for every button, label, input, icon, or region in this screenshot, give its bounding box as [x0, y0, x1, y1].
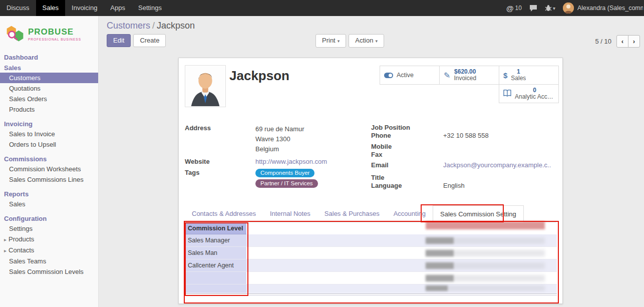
- action-dropdown-button[interactable]: Action▾: [349, 34, 384, 48]
- breadcrumb-current: Jackpson: [157, 21, 195, 31]
- redacted-block: [426, 237, 454, 244]
- field-group-left: Address 69 rue de Namur Wavre 1300 Belgi…: [185, 124, 369, 190]
- address-line: Wavre 1300: [255, 134, 304, 144]
- sidebar-header-reports[interactable]: Reports: [0, 189, 98, 199]
- sidebar-header-configuration[interactable]: Configuration: [0, 214, 98, 223]
- commission-level-cell: Sales Man: [186, 247, 246, 259]
- sidebar-item-sales-orders[interactable]: Sales Orders: [0, 94, 98, 104]
- email-link[interactable]: Jackpson@yourcompany.example.c..: [443, 161, 551, 169]
- user-menu[interactable]: Alexandra (Sales_comm..: [563, 3, 643, 14]
- sidebar-item-quotations[interactable]: Quotations: [0, 83, 98, 94]
- breadcrumb: Customers/Jackpson: [107, 21, 195, 31]
- chat-bubble-icon: [529, 5, 537, 12]
- field-group-right: Job Position Phone+32 10 588 558 Mobile …: [371, 124, 557, 190]
- brand-name: PROBUSE: [28, 27, 81, 37]
- top-menu-sales[interactable]: Sales: [36, 0, 66, 16]
- commission-level-cell: [186, 284, 246, 293]
- toggle-icon: [384, 73, 393, 78]
- action-label: Action: [355, 37, 373, 44]
- table-row-callcenter-agent[interactable]: Callcenter Agent: [186, 259, 557, 272]
- sidebar-item-label: Products: [9, 235, 34, 243]
- stat-value: 0: [515, 87, 554, 94]
- sidebar-item-sales-commissions-lines[interactable]: Sales Commissions Lines: [0, 174, 98, 185]
- table-row-sales-man[interactable]: Sales Man: [186, 247, 557, 259]
- bug-icon: [545, 5, 552, 12]
- systray: @ 10 ▾ Alexandra (Sales_comm..: [506, 0, 644, 16]
- caret-down-icon: ▾: [338, 39, 340, 44]
- tab-accounting[interactable]: Accounting: [387, 205, 433, 222]
- table-row-empty[interactable]: [186, 272, 557, 284]
- tab-sales-purchases[interactable]: Sales & Purchases: [317, 205, 387, 222]
- top-menu-settings[interactable]: Settings: [132, 0, 168, 16]
- edit-button[interactable]: Edit: [107, 34, 131, 47]
- pager-next-button[interactable]: ›: [628, 35, 640, 48]
- sidebar-item-products[interactable]: Products: [0, 104, 98, 115]
- sidebar-header-sales[interactable]: Sales: [0, 63, 98, 73]
- pager-previous-button[interactable]: ‹: [616, 35, 628, 48]
- website-link[interactable]: http://www.jackpson.com: [255, 158, 327, 165]
- sidebar-item-reports-sales[interactable]: Sales: [0, 199, 98, 209]
- commission-level-cell: [186, 272, 246, 284]
- sidebar-item-settings[interactable]: Settings: [0, 223, 98, 234]
- redacted-block: [426, 262, 454, 269]
- table-row-sales-manager[interactable]: Sales Manager: [186, 234, 557, 247]
- stat-button-group: Active ✎ $620.00 Invoiced $ 1 Sales: [380, 66, 559, 103]
- sales-stat-button[interactable]: $ 1 Sales: [499, 66, 559, 85]
- redacted-block: [426, 285, 448, 291]
- sidebar-item-sales-teams[interactable]: Sales Teams: [0, 256, 98, 266]
- address-value: 69 rue de Namur Wavre 1300 Belgium: [255, 124, 304, 154]
- expand-arrow-icon: ▸: [4, 248, 7, 253]
- sidebar-item-config-contacts[interactable]: ▸Contacts: [0, 245, 98, 256]
- table-footer-separator: [186, 293, 557, 295]
- mobile-label: Mobile: [371, 143, 443, 150]
- table-row-empty[interactable]: [186, 284, 557, 293]
- sidebar-item-config-products[interactable]: ▸Products: [0, 234, 98, 245]
- chevron-left-icon: ‹: [621, 38, 623, 45]
- top-menu-apps[interactable]: Apps: [104, 0, 132, 16]
- activities-button[interactable]: @ 10: [506, 4, 522, 13]
- tags-label: Tags: [185, 169, 255, 190]
- sidebar-header-commissions[interactable]: Commissions: [0, 154, 98, 164]
- user-avatar: [563, 3, 574, 14]
- sidebar-item-customers[interactable]: Customers: [0, 73, 98, 83]
- table-header-row: Commission Level: [186, 223, 557, 234]
- sidebar-item-commission-worksheets[interactable]: Commission Worksheets: [0, 164, 98, 174]
- stat-label: Active: [397, 72, 414, 79]
- job-position-label: Job Position: [371, 124, 443, 131]
- stat-label: Sales: [511, 75, 526, 82]
- active-stat-button[interactable]: Active: [380, 66, 440, 85]
- at-icon: @: [506, 4, 514, 13]
- analytic-accounts-stat-button[interactable]: 0 Analytic Acco...: [499, 84, 559, 103]
- address-line: Belgium: [255, 144, 304, 154]
- print-dropdown-button[interactable]: Print▾: [315, 34, 346, 48]
- messages-button[interactable]: [529, 5, 537, 12]
- title-label: Title: [371, 174, 443, 181]
- invoiced-stat-button[interactable]: ✎ $620.00 Invoiced: [439, 66, 499, 85]
- partner-photo: [185, 65, 226, 107]
- stat-value: $620.00: [454, 69, 476, 75]
- tab-sales-commission-setting[interactable]: Sales Commission Setting: [433, 205, 524, 222]
- bug-menu-button[interactable]: ▾: [545, 5, 555, 12]
- dollar-icon: $: [503, 71, 507, 80]
- column-header-commission-level[interactable]: Commission Level: [186, 223, 246, 234]
- sidebar-header-invoicing[interactable]: Invoicing: [0, 119, 98, 129]
- tab-internal-notes[interactable]: Internal Notes: [263, 205, 317, 222]
- sidebar-item-sales-commission-levels[interactable]: Sales Commission Levels: [0, 266, 98, 277]
- top-navbar: Discuss Sales Invoicing Apps Settings @ …: [0, 0, 644, 16]
- print-label: Print: [322, 37, 336, 44]
- fax-label: Fax: [371, 151, 443, 158]
- sidebar-item-sales-to-invoice[interactable]: Sales to Invoice: [0, 129, 98, 139]
- tag-partner-it-services: Partner / IT Services: [255, 179, 318, 188]
- top-menu-discuss[interactable]: Discuss: [0, 0, 36, 16]
- breadcrumb-customers[interactable]: Customers: [107, 21, 150, 31]
- sidebar-item-orders-to-upsell[interactable]: Orders to Upsell: [0, 139, 98, 150]
- caret-down-icon: ▾: [553, 6, 555, 11]
- top-menu-invoicing[interactable]: Invoicing: [65, 0, 104, 16]
- create-button[interactable]: Create: [133, 34, 166, 47]
- stat-value: 1: [511, 69, 526, 75]
- tab-contacts-addresses[interactable]: Contacts & Addresses: [185, 205, 263, 222]
- main-content: Customers/Jackpson Edit Create Print▾ Ac…: [99, 16, 644, 307]
- expand-arrow-icon: ▸: [4, 237, 7, 242]
- sidebar-header-dashboard[interactable]: Dashboard: [0, 53, 98, 62]
- brand-logo: PROBUSE PROFESSIONAL BUSINESS: [0, 16, 98, 51]
